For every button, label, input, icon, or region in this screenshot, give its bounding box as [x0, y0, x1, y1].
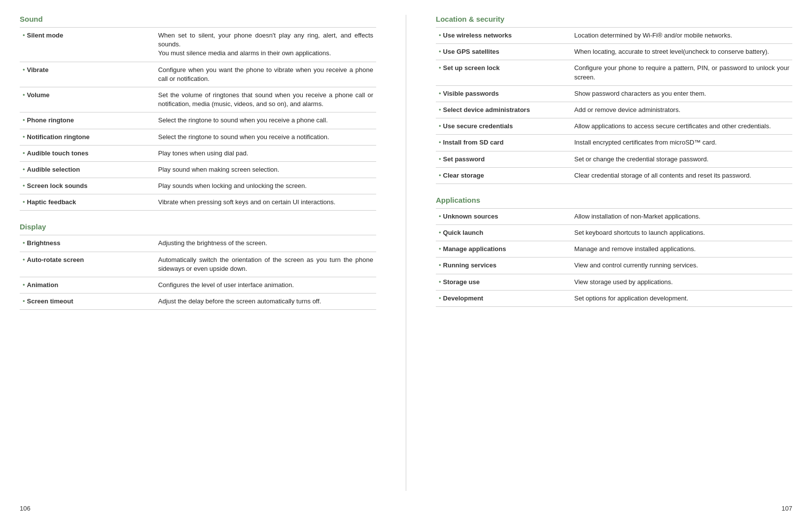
term-label: Set password	[443, 155, 485, 163]
term-cell: •Storage use	[436, 274, 571, 290]
term-label: Manage applications	[443, 245, 506, 253]
term-label: Volume	[27, 91, 50, 99]
table-row: •Install from SD cardInstall encrypted c…	[436, 135, 792, 151]
term-label: Notification ringtone	[27, 133, 90, 141]
bullet-icon: •	[439, 295, 441, 302]
term-cell: •Volume	[20, 87, 155, 112]
table-row: •Manage applicationsManage and remove in…	[436, 241, 792, 258]
term-cell: •Animation	[20, 277, 155, 294]
bullet-icon: •	[23, 239, 25, 247]
term-label: Use secure credentials	[443, 122, 513, 130]
description-cell: Play sound when making screen selection.	[155, 161, 376, 178]
description-cell: Configure your phone to require a patter…	[571, 60, 792, 85]
term-cell: •Phone ringtone	[20, 112, 155, 129]
description-cell: Clear credential storage of all contents…	[571, 167, 792, 184]
term-label: Visible passwords	[443, 90, 499, 97]
table-row: •Audible touch tonesPlay tones when usin…	[20, 145, 376, 161]
bullet-icon: •	[23, 297, 25, 305]
section-table-applications: •Unknown sourcesAllow installation of no…	[436, 208, 792, 307]
bullet-icon: •	[439, 261, 441, 269]
description-cell: Play sounds when locking and unlocking t…	[155, 178, 376, 194]
term-cell: •Development	[436, 290, 571, 306]
bullet-icon: •	[439, 48, 441, 55]
term-label: Select device administrators	[443, 106, 530, 113]
section-table-sound: •Silent modeWhen set to silent, your pho…	[20, 27, 376, 211]
term-label: Unknown sources	[443, 213, 498, 220]
term-cell: •Brightness	[20, 235, 155, 252]
bullet-icon: •	[439, 245, 441, 253]
table-row: •BrightnessAdjusting the brightness of t…	[20, 235, 376, 252]
section-title-location-security: Location & security	[436, 15, 792, 24]
bullet-icon: •	[23, 149, 25, 157]
description-cell: Set the volume of ringtones that sound w…	[155, 87, 376, 112]
description-cell: Allow installation of non-Market applica…	[571, 208, 792, 224]
term-cell: •Manage applications	[436, 241, 571, 258]
table-row: •Running servicesView and control curren…	[436, 258, 792, 274]
term-label: Brightness	[27, 239, 61, 247]
term-label: Screen lock sounds	[27, 182, 88, 189]
term-cell: •Notification ringtone	[20, 129, 155, 145]
table-row: •Silent modeWhen set to silent, your pho…	[20, 28, 376, 62]
table-row: •AnimationConfigures the level of user i…	[20, 277, 376, 294]
table-row: •Haptic feedbackVibrate when pressing so…	[20, 194, 376, 211]
bullet-icon: •	[23, 66, 25, 74]
table-row: •Clear storageClear credential storage o…	[436, 167, 792, 184]
term-cell: •Vibrate	[20, 62, 155, 87]
bullet-icon: •	[23, 182, 25, 189]
description-cell: Adjust the delay before the screen autom…	[155, 294, 376, 310]
bullet-icon: •	[439, 90, 441, 97]
term-label: Animation	[27, 281, 59, 289]
description-cell: When set to silent, your phone doesn't p…	[155, 28, 376, 62]
bullet-icon: •	[439, 172, 441, 179]
term-label: Screen timeout	[27, 297, 73, 305]
bullet-icon: •	[23, 198, 25, 206]
description-cell: When locating, accurate to street level(…	[571, 44, 792, 60]
bullet-icon: •	[439, 32, 441, 39]
table-row: •Quick launchSet keyboard shortcuts to l…	[436, 225, 792, 241]
bullet-icon: •	[23, 91, 25, 99]
right-page: Location & security•Use wireless network…	[436, 15, 792, 491]
term-label: Auto-rotate screen	[27, 256, 84, 263]
table-row: •VolumeSet the volume of ringtones that …	[20, 87, 376, 112]
table-row: •Auto-rotate screenAutomatically switch …	[20, 252, 376, 277]
description-cell: Set keyboard shortcuts to launch applica…	[571, 225, 792, 241]
bullet-icon: •	[439, 278, 441, 286]
description-cell: View storage used by applications.	[571, 274, 792, 290]
term-cell: •Use GPS satellites	[436, 44, 571, 60]
table-row: •Select device administratorsAdd or remo…	[436, 102, 792, 118]
term-label: Vibrate	[27, 66, 49, 74]
table-row: •Phone ringtoneSelect the ringtone to so…	[20, 112, 376, 129]
term-cell: •Screen timeout	[20, 294, 155, 310]
term-cell: •Clear storage	[436, 167, 571, 184]
term-label: Development	[443, 295, 484, 302]
bullet-icon: •	[439, 64, 441, 72]
table-row: •Set passwordSet or change the credentia…	[436, 151, 792, 167]
bullet-icon: •	[23, 166, 25, 173]
term-cell: •Use secure credentials	[436, 118, 571, 135]
description-cell: Location determined by Wi-Fi® and/or mob…	[571, 28, 792, 44]
section-table-location-security: •Use wireless networksLocation determine…	[436, 27, 792, 184]
bullet-icon: •	[23, 133, 25, 141]
bullet-icon: •	[439, 122, 441, 130]
description-cell: Automatically switch the orientation of …	[155, 252, 376, 277]
description-cell: Select the ringtone to sound when you re…	[155, 112, 376, 129]
description-cell: Set or change the credential storage pas…	[571, 151, 792, 167]
section-table-display: •BrightnessAdjusting the brightness of t…	[20, 235, 376, 310]
term-label: Storage use	[443, 278, 480, 286]
term-cell: •Audible touch tones	[20, 145, 155, 161]
term-cell: •Set up screen lock	[436, 60, 571, 85]
term-label: Clear storage	[443, 172, 484, 179]
bullet-icon: •	[23, 281, 25, 289]
bullet-icon: •	[439, 139, 441, 146]
term-cell: •Screen lock sounds	[20, 178, 155, 194]
description-cell: Manage and remove installed applications…	[571, 241, 792, 258]
table-row: •Use secure credentialsAllow application…	[436, 118, 792, 135]
section-title-sound: Sound	[20, 15, 376, 24]
table-row: •Unknown sourcesAllow installation of no…	[436, 208, 792, 224]
table-row: •Notification ringtoneSelect the rington…	[20, 129, 376, 145]
term-label: Use GPS satellites	[443, 48, 499, 55]
term-label: Running services	[443, 261, 496, 269]
description-cell: Show password characters as you enter th…	[571, 85, 792, 102]
bullet-icon: •	[23, 116, 25, 124]
description-cell: Configures the level of user interface a…	[155, 277, 376, 294]
